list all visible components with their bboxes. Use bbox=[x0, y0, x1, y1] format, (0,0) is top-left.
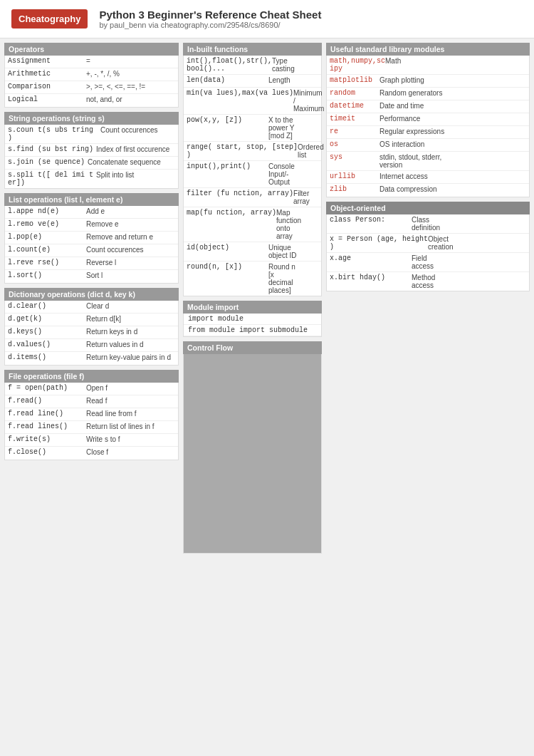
row-val: Return list of lines in f bbox=[86, 423, 175, 430]
row-val: Clear d bbox=[86, 302, 175, 310]
fn-val: Mapfunctionontoarray bbox=[276, 209, 301, 240]
fn-key: len(data) bbox=[187, 76, 268, 84]
table-row: Arithmetic +, -, *, /, % bbox=[5, 68, 178, 81]
code-line: import module bbox=[184, 314, 321, 325]
file-ops-section: File operations (file f) f = open(path) … bbox=[4, 370, 179, 460]
table-row: s.spli t([ del imi ter]) Split into list bbox=[5, 170, 178, 188]
oo-val: Fieldaccess bbox=[412, 254, 434, 270]
row-val: >, >=, <, <=, ==, != bbox=[86, 83, 175, 90]
module-import-body: import module from module import submodu… bbox=[183, 314, 322, 337]
mod-val: Performance bbox=[379, 115, 420, 123]
row-val: Return key-value pairs in d bbox=[86, 353, 175, 361]
row-val: Reverse l bbox=[86, 259, 175, 266]
row-key: l.sort() bbox=[8, 271, 86, 279]
row-val: Remove and return e bbox=[86, 233, 175, 241]
page-subtitle: by paul_benn via cheatography.com/29548/… bbox=[99, 21, 321, 29]
useful-modules-header: Useful standard library modules bbox=[326, 43, 530, 56]
mod-val: Random generators bbox=[379, 89, 442, 97]
table-row: f.write(s) Write s to f bbox=[5, 434, 178, 447]
row-key: Assignment bbox=[8, 57, 86, 65]
control-flow-body bbox=[183, 354, 322, 554]
row-val: Close f bbox=[86, 448, 175, 456]
operators-body: Assignment = Arithmetic +, -, *, /, % Co… bbox=[4, 56, 179, 108]
table-row: l.remo ve(e) Remove e bbox=[5, 219, 178, 232]
table-row: Assignment = bbox=[5, 56, 178, 68]
fn-key: min(va lues),max(va lues) bbox=[187, 89, 293, 97]
fn-val: Filterarray bbox=[293, 190, 310, 205]
fn-val: Orderedlist bbox=[298, 143, 324, 159]
table-row: l.pop(e) Remove and return e bbox=[5, 232, 178, 244]
control-flow-header: Control Flow bbox=[183, 341, 322, 354]
mod-val: Data compression bbox=[379, 185, 437, 193]
table-row: zlib Data compression bbox=[327, 184, 529, 197]
row-key: d.values() bbox=[8, 341, 86, 348]
table-row: urllib Internet access bbox=[327, 171, 529, 184]
middle-column: In-built functions int(),float(),str(),b… bbox=[183, 43, 322, 558]
row-val: Split into list bbox=[96, 171, 175, 179]
oo-body: class Person: Classdefinition x = Person… bbox=[326, 214, 530, 291]
mod-key: matplotlib bbox=[330, 76, 379, 84]
row-key: l.appe nd(e) bbox=[8, 207, 86, 215]
module-import-section: Module import import module from module … bbox=[183, 301, 322, 337]
table-row: input(),print() ConsoleInput/-Output bbox=[184, 161, 321, 188]
row-key: f = open(path) bbox=[8, 384, 86, 392]
list-ops-body: l.appe nd(e) Add e l.remo ve(e) Remove e… bbox=[4, 206, 179, 284]
mod-key: zlib bbox=[330, 185, 379, 193]
file-ops-body: f = open(path) Open f f.read() Read f f.… bbox=[4, 383, 179, 460]
row-key: f.read line() bbox=[8, 410, 86, 418]
fn-key: filter (fu nction, array) bbox=[187, 190, 293, 197]
fn-key: map(fu nction, array) bbox=[187, 209, 276, 217]
module-import-header: Module import bbox=[183, 301, 322, 314]
row-key: Logical bbox=[8, 95, 86, 103]
mod-val: Internet access bbox=[379, 172, 428, 180]
table-row: s.coun t(s ubs tring ) Count occurences bbox=[5, 125, 178, 144]
mod-val: Date and time bbox=[379, 102, 424, 110]
fn-key: range( start, stop, [step]) bbox=[187, 143, 298, 159]
row-key: f.read lines() bbox=[8, 423, 86, 430]
oo-key: x = Person (age, height) bbox=[330, 235, 428, 251]
table-row: l.count(e) Count occurences bbox=[5, 244, 178, 257]
table-row: id(object) Uniqueobject ID bbox=[184, 242, 321, 262]
inbuilt-fns-section: In-built functions int(),float(),str(),b… bbox=[183, 43, 322, 296]
fn-val: Typecasting bbox=[272, 57, 295, 73]
table-row: x.birt hday() Methodaccess bbox=[327, 272, 529, 291]
main-grid: Operators Assignment = Arithmetic +, -, … bbox=[0, 38, 534, 562]
table-row: s.find (su bst ring) Index of first occu… bbox=[5, 144, 178, 157]
table-row: f.read() Read f bbox=[5, 395, 178, 408]
table-row: timeit Performance bbox=[327, 113, 529, 126]
row-val: not, and, or bbox=[86, 95, 175, 103]
row-val: Add e bbox=[86, 207, 175, 215]
oo-key: x.birt hday() bbox=[330, 274, 412, 281]
table-row: matplotlib Graph plotting bbox=[327, 75, 529, 88]
row-key: Comparison bbox=[8, 83, 86, 90]
row-key: d.clear() bbox=[8, 302, 86, 310]
table-row: d.items() Return key-value pairs in d bbox=[5, 352, 178, 365]
table-row: len(data) Length bbox=[184, 75, 321, 88]
row-val: Return keys in d bbox=[86, 328, 175, 336]
string-ops-section: String operations (string s) s.coun t(s … bbox=[4, 112, 179, 189]
fn-val: Minimum/Maximum bbox=[293, 89, 324, 113]
table-row: sys stdin, stdout, stderr,version bbox=[327, 152, 529, 171]
row-key: l.pop(e) bbox=[8, 233, 86, 241]
mod-val: stdin, stdout, stderr,version bbox=[379, 153, 441, 169]
row-key: d.get(k) bbox=[8, 315, 86, 323]
oo-key: class Person: bbox=[330, 216, 412, 224]
fn-val: ConsoleInput/-Output bbox=[268, 162, 295, 186]
table-row: re Regular expressions bbox=[327, 126, 529, 139]
row-val: Sort l bbox=[86, 271, 175, 279]
row-val: Write s to f bbox=[86, 435, 175, 443]
row-key: l.reve rse() bbox=[8, 259, 86, 266]
table-row: d.keys() Return keys in d bbox=[5, 326, 178, 339]
mod-val: OS interaction bbox=[379, 140, 424, 148]
mod-key: datetime bbox=[330, 102, 379, 110]
row-key: d.items() bbox=[8, 353, 86, 361]
useful-modules-section: Useful standard library modules math,num… bbox=[326, 43, 530, 197]
left-column: Operators Assignment = Arithmetic +, -, … bbox=[4, 43, 179, 558]
useful-modules-body: math,numpy,scipy Math matplotlib Graph p… bbox=[326, 56, 530, 197]
dict-ops-section: Dictionary operations (dict d, key k) d.… bbox=[4, 288, 179, 366]
header-text: Python 3 Beginner's Reference Cheat Shee… bbox=[99, 9, 321, 29]
table-row: d.clear() Clear d bbox=[5, 301, 178, 314]
fn-val: Uniqueobject ID bbox=[268, 244, 296, 259]
mod-key: timeit bbox=[330, 115, 379, 123]
row-val: Concatenate sequence bbox=[88, 158, 175, 166]
